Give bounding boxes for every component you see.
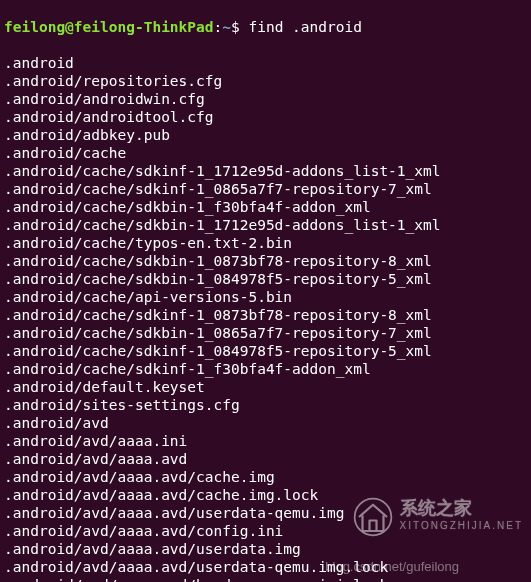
output-line: .android/avd/aaaa.avd/config.ini: [4, 522, 527, 540]
output-line: .android/avd: [4, 414, 527, 432]
output-line: .android/cache/sdkbin-1_0865a7f7-reposit…: [4, 324, 527, 342]
output-line: .android/avd/aaaa.avd/cache.img: [4, 468, 527, 486]
output-line: .android/avd/aaaa.avd/hardware-qemu.ini.…: [4, 576, 527, 582]
output-line: .android/cache/sdkbin-1_1712e95d-addons_…: [4, 216, 527, 234]
output-line: .android/androidtool.cfg: [4, 108, 527, 126]
prompt-line: feilong@feilong-ThinkPad:~$ find .androi…: [4, 18, 527, 36]
output-line: .android/cache/api-versions-5.bin: [4, 288, 527, 306]
terminal-output[interactable]: feilong@feilong-ThinkPad:~$ find .androi…: [0, 0, 531, 582]
output-lines: .android.android/repositories.cfg.androi…: [4, 54, 527, 582]
prompt-user: feilong@feilong-ThinkPad: [4, 19, 214, 35]
prompt-path: ~: [222, 19, 231, 35]
output-line: .android/cache: [4, 144, 527, 162]
command-text: find .android: [248, 19, 362, 35]
output-line: .android/cache/sdkinf-1_1712e95d-addons_…: [4, 162, 527, 180]
output-line: .android/default.keyset: [4, 378, 527, 396]
output-line: .android/cache/typos-en.txt-2.bin: [4, 234, 527, 252]
output-line: .android/avd/aaaa.avd: [4, 450, 527, 468]
output-line: .android/androidwin.cfg: [4, 90, 527, 108]
output-line: .android/repositories.cfg: [4, 72, 527, 90]
output-line: .android/cache/sdkinf-1_0865a7f7-reposit…: [4, 180, 527, 198]
output-line: .android/avd/aaaa.avd/userdata-qemu.img.…: [4, 558, 527, 576]
prompt-sep-colon: :: [214, 19, 223, 35]
output-line: .android/avd/aaaa.avd/userdata-qemu.img: [4, 504, 527, 522]
output-line: .android: [4, 54, 527, 72]
output-line: .android/cache/sdkbin-1_0873bf78-reposit…: [4, 252, 527, 270]
prompt-dollar: $: [231, 19, 248, 35]
output-line: .android/cache/sdkbin-1_084978f5-reposit…: [4, 270, 527, 288]
output-line: .android/sites-settings.cfg: [4, 396, 527, 414]
output-line: .android/cache/sdkinf-1_084978f5-reposit…: [4, 342, 527, 360]
output-line: .android/adbkey.pub: [4, 126, 527, 144]
output-line: .android/cache/sdkinf-1_0873bf78-reposit…: [4, 306, 527, 324]
output-line: .android/cache/sdkbin-1_f30bfa4f-addon_x…: [4, 198, 527, 216]
output-line: .android/avd/aaaa.avd/cache.img.lock: [4, 486, 527, 504]
output-line: .android/avd/aaaa.ini: [4, 432, 527, 450]
output-line: .android/cache/sdkinf-1_f30bfa4f-addon_x…: [4, 360, 527, 378]
output-line: .android/avd/aaaa.avd/userdata.img: [4, 540, 527, 558]
